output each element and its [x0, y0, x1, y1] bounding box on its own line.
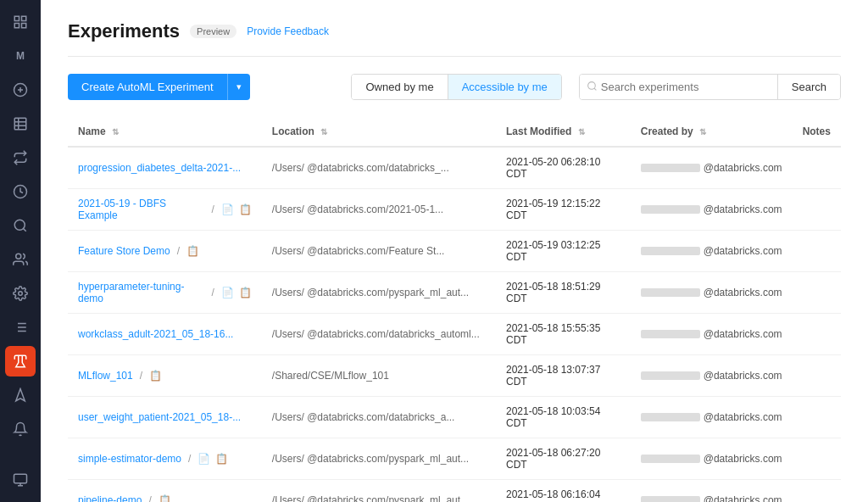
doc-icon[interactable]: 📋 — [149, 370, 162, 382]
last-modified-cell: 2021-05-18 13:07:37 CDT — [496, 355, 631, 397]
model-icon[interactable]: M — [5, 41, 36, 71]
file-icon[interactable]: 📄 — [221, 287, 234, 298]
location-cell: /Users/ @databricks.com/2021-05-1... — [262, 189, 496, 231]
notes-cell — [793, 314, 841, 355]
svg-rect-7 — [14, 118, 26, 130]
location-cell: /Users/ @databricks.com/pyspark_ml_aut..… — [262, 438, 496, 480]
experiment-link[interactable]: user_weight_patient-2021_05_18-... — [78, 411, 241, 423]
settings-icon[interactable] — [5, 278, 36, 309]
experiment-link[interactable]: MLflow_101 — [78, 370, 133, 382]
table-icon[interactable] — [5, 109, 36, 139]
location-cell: /Users/ @databricks.com/pyspark_ml_aut..… — [262, 272, 496, 314]
group-icon[interactable] — [5, 244, 36, 275]
location-text: /Users/ @databricks.com/pyspark_ml_aut..… — [272, 453, 469, 465]
create-automl-button[interactable]: Create AutoML Experiment — [68, 74, 227, 100]
search-input-wrap — [580, 75, 777, 99]
notes-cell — [793, 272, 841, 314]
experiment-link[interactable]: hyperparameter-tuning-demo — [78, 281, 204, 304]
sidebar: M — [0, 0, 41, 502]
search-button[interactable]: Search — [777, 75, 840, 99]
location-text: /Users/ @databricks.com/databricks_... — [272, 162, 449, 174]
name-cell: Feature Store Demo/📋 — [68, 231, 262, 272]
col-location[interactable]: Location ⇅ — [262, 117, 496, 147]
experiment-link[interactable]: workclass_adult-2021_05_18-16... — [78, 328, 233, 340]
bell-icon[interactable] — [5, 414, 36, 444]
svg-point-26 — [587, 81, 595, 89]
location-cell: /Users/ @databricks.com/databricks_... — [262, 147, 496, 189]
doc-icon[interactable]: 📋 — [186, 245, 199, 257]
search-nav-icon[interactable] — [5, 210, 36, 241]
table-row: 2021-05-19 - DBFS Example/📄📋/Users/ @dat… — [68, 189, 841, 231]
toolbar: Create AutoML Experiment ▾ Owned by me A… — [68, 74, 841, 100]
col-name[interactable]: Name ⇅ — [68, 117, 262, 147]
col-last-modified[interactable]: Last Modified ⇅ — [496, 117, 631, 147]
location-cell: /Users/ @databricks.com/databricks_autom… — [262, 314, 496, 355]
notes-cell — [793, 438, 841, 480]
table-row: user_weight_patient-2021_05_18-.../Users… — [68, 397, 841, 438]
experiment-link[interactable]: simple-estimator-demo — [78, 453, 181, 465]
notes-cell — [793, 147, 841, 189]
last-modified-cell: 2021-05-19 03:12:25 CDT — [496, 231, 631, 272]
created-by-cell: @databricks.com — [631, 480, 793, 503]
svg-point-14 — [16, 254, 21, 259]
accessible-by-me-button[interactable]: Accessible by me — [448, 75, 561, 99]
create-dropdown-button[interactable]: ▾ — [227, 74, 250, 100]
page-header: Experiments Preview Provide Feedback — [68, 20, 841, 57]
location-text: /Users/ @databricks.com/databricks_autom… — [272, 328, 480, 340]
created-by-cell: @databricks.com — [631, 231, 793, 272]
last-modified-cell: 2021-05-18 10:03:54 CDT — [496, 397, 631, 438]
experiment-link[interactable]: 2021-05-19 - DBFS Example — [78, 198, 204, 221]
location-cell: /Users/ @databricks.com/pyspark_ml_aut..… — [262, 480, 496, 503]
file-icon[interactable]: 📄 — [198, 453, 210, 465]
svg-rect-23 — [14, 474, 27, 483]
flow-icon[interactable] — [5, 142, 36, 173]
svg-line-27 — [594, 88, 596, 90]
name-cell: pipeline-demo/📋 — [68, 480, 262, 503]
redacted-name — [641, 205, 700, 214]
doc-icon[interactable]: 📋 — [239, 287, 252, 298]
doc-icon[interactable]: 📋 — [239, 204, 252, 215]
layers-icon[interactable] — [5, 7, 36, 37]
redacted-name — [641, 371, 700, 380]
table-row: MLflow_101/📋/Shared/CSE/MLflow_1012021-0… — [68, 355, 841, 397]
name-cell: simple-estimator-demo/📄📋 — [68, 438, 262, 480]
search-icon — [587, 81, 598, 94]
doc-icon[interactable]: 📋 — [159, 494, 171, 502]
svg-marker-22 — [16, 389, 25, 401]
svg-rect-2 — [14, 24, 19, 28]
col-created-by[interactable]: Created by ⇅ — [631, 117, 793, 147]
notes-cell — [793, 397, 841, 438]
add-icon[interactable] — [5, 75, 36, 105]
created-by-cell: @databricks.com — [631, 272, 793, 314]
terminal-icon[interactable] — [5, 465, 36, 495]
table-header-row: Name ⇅ Location ⇅ Last Modified ⇅ Create… — [68, 117, 841, 147]
file-icon[interactable]: 📄 — [221, 204, 234, 215]
name-cell: workclass_adult-2021_05_18-16... — [68, 314, 262, 355]
last-modified-cell: 2021-05-18 15:55:35 CDT — [496, 314, 631, 355]
clock-icon[interactable] — [5, 176, 36, 207]
location-text: /Users/ @databricks.com/pyspark_ml_aut..… — [272, 287, 469, 298]
svg-rect-1 — [22, 16, 26, 20]
table-row: progression_diabetes_delta-2021-.../User… — [68, 147, 841, 189]
feedback-link[interactable]: Provide Feedback — [247, 25, 329, 37]
doc-icon[interactable]: 📋 — [215, 453, 228, 465]
main-content: Experiments Preview Provide Feedback Cre… — [41, 0, 868, 502]
created-by-cell: @databricks.com — [631, 438, 793, 480]
list-nav-icon[interactable] — [5, 312, 36, 343]
experiment-link[interactable]: pipeline-demo — [78, 494, 142, 502]
search-input[interactable] — [601, 75, 771, 99]
experiment-link[interactable]: Feature Store Demo — [78, 245, 170, 257]
svg-point-15 — [19, 292, 23, 296]
deploy-icon[interactable] — [5, 380, 36, 410]
location-text: /Users/ @databricks.com/pyspark_ml_aut..… — [272, 494, 469, 502]
location-cell: /Users/ @databricks.com/databricks_a... — [262, 397, 496, 438]
experiment-link[interactable]: progression_diabetes_delta-2021-... — [78, 162, 241, 174]
redacted-name — [641, 247, 700, 255]
svg-rect-0 — [14, 16, 19, 20]
redacted-name — [641, 455, 700, 463]
experiment-nav-icon[interactable] — [5, 346, 36, 376]
created-by-cell: @databricks.com — [631, 189, 793, 231]
location-text: /Users/ @databricks.com/2021-05-1... — [272, 204, 443, 215]
owned-by-me-button[interactable]: Owned by me — [352, 75, 448, 99]
last-modified-cell: 2021-05-19 12:15:22 CDT — [496, 189, 631, 231]
